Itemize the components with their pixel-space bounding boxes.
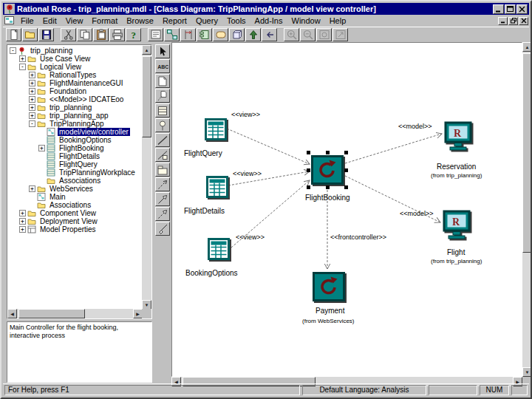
expand-icon[interactable]: + bbox=[29, 96, 35, 103]
tree-item-trip-planning-app[interactable]: +trip_planning_app bbox=[8, 112, 141, 120]
help-button[interactable]: ? bbox=[126, 28, 141, 41]
expand-icon[interactable]: + bbox=[29, 185, 35, 192]
collapse-icon[interactable]: - bbox=[29, 120, 35, 127]
diagram-canvas[interactable]: <<view>>FlightQuery<<view>>FlightDetails… bbox=[171, 42, 522, 377]
print-button[interactable] bbox=[109, 28, 125, 41]
scroll-thumb[interactable] bbox=[522, 53, 532, 253]
tree-item-tripplanningapp[interactable]: -TripPlanningApp bbox=[8, 120, 141, 128]
note-tool-button[interactable] bbox=[155, 74, 170, 88]
selection-handle[interactable] bbox=[344, 168, 348, 172]
close-button[interactable] bbox=[516, 4, 528, 14]
tree-item-associations[interactable]: Associations bbox=[8, 201, 141, 209]
browse-interaction-diagram-button[interactable] bbox=[180, 28, 196, 41]
tree-item-flightbooking[interactable]: +FlightBooking bbox=[8, 144, 141, 152]
class-tool-button[interactable] bbox=[155, 103, 170, 117]
tree-item-model-properties[interactable]: +Model Properties bbox=[8, 225, 141, 233]
browse-component-diagram-button[interactable] bbox=[197, 28, 212, 41]
aggregation-tool-button[interactable] bbox=[155, 222, 170, 236]
dependency-tool-button[interactable] bbox=[155, 177, 170, 191]
diagram-node-flight[interactable]: R bbox=[443, 210, 471, 241]
selection-handle[interactable] bbox=[307, 151, 310, 154]
diagram-node-reservation[interactable]: R bbox=[444, 121, 472, 152]
mdi-minimize-button[interactable] bbox=[498, 17, 508, 25]
menu-view[interactable]: View bbox=[61, 16, 88, 26]
expand-icon[interactable]: + bbox=[19, 210, 26, 216]
browse-class-diagram-button[interactable] bbox=[164, 28, 180, 41]
minimize-button[interactable] bbox=[493, 4, 504, 14]
tree-item-webservices[interactable]: +WebServices bbox=[8, 185, 141, 193]
tree-horizontal-scrollbar[interactable]: ◀ ▶ bbox=[7, 309, 143, 318]
expand-icon[interactable]: + bbox=[29, 104, 35, 111]
save-button[interactable] bbox=[38, 28, 54, 41]
expand-icon[interactable]: + bbox=[29, 72, 35, 78]
scroll-up-button[interactable]: ▲ bbox=[522, 42, 532, 52]
diagram-node-flightquery[interactable] bbox=[205, 118, 227, 140]
zoom-in-button[interactable] bbox=[284, 28, 299, 41]
association-class-tool-button[interactable] bbox=[155, 148, 170, 162]
scroll-thumb[interactable] bbox=[18, 309, 85, 318]
tree-item-bookingoptions[interactable]: BookingOptions bbox=[8, 136, 141, 144]
tree-item-trip-planning[interactable]: -trip_planning bbox=[8, 47, 141, 55]
collapse-icon[interactable]: - bbox=[19, 64, 26, 70]
tree-item-flightdetails[interactable]: FlightDetails bbox=[8, 152, 141, 160]
browse-deployment-diagram-button[interactable] bbox=[229, 28, 245, 41]
tree-item-main[interactable]: Main bbox=[8, 193, 141, 201]
fit-in-window-button[interactable] bbox=[316, 28, 332, 41]
menu-edit[interactable]: Edit bbox=[38, 16, 61, 26]
canvas-vertical-scrollbar[interactable]: ▲ ▼ bbox=[522, 42, 532, 377]
paste-button[interactable] bbox=[93, 28, 109, 41]
realize-tool-button[interactable] bbox=[155, 207, 170, 221]
text-tool-button[interactable]: ABC bbox=[155, 59, 170, 73]
expand-icon[interactable]: + bbox=[19, 55, 26, 62]
menu-add-ins[interactable]: Add-Ins bbox=[250, 16, 287, 26]
scroll-down-button[interactable]: ▼ bbox=[522, 367, 532, 377]
expand-icon[interactable]: + bbox=[19, 218, 26, 225]
selection-handle[interactable] bbox=[307, 168, 310, 172]
tree-item-trip-planning[interactable]: +trip_planning bbox=[8, 103, 141, 112]
expand-icon[interactable]: + bbox=[29, 80, 35, 86]
expand-icon[interactable]: + bbox=[29, 112, 35, 119]
selection-handle[interactable] bbox=[344, 185, 348, 189]
mdi-restore-button[interactable] bbox=[508, 17, 518, 25]
browse-state-diagram-button[interactable] bbox=[213, 28, 228, 41]
generalization-tool-button[interactable] bbox=[155, 192, 170, 206]
diagram-node-payment[interactable] bbox=[313, 272, 345, 301]
undo-fit-in-window-button[interactable] bbox=[332, 28, 348, 41]
tree-item-use-case-view[interactable]: +Use Case View bbox=[8, 55, 141, 63]
tree-item-deployment-view[interactable]: +Deployment View bbox=[8, 217, 141, 225]
menu-format[interactable]: Format bbox=[87, 16, 122, 26]
association-tool-button[interactable] bbox=[155, 133, 170, 147]
scroll-left-button[interactable]: ◀ bbox=[7, 309, 17, 318]
selection-handle[interactable] bbox=[307, 185, 310, 189]
diagram-node-bookingoptions[interactable] bbox=[208, 238, 230, 260]
tree-item-model-view-controller[interactable]: model/view/controller bbox=[8, 128, 141, 136]
zoom-out-button[interactable] bbox=[300, 28, 316, 41]
tree-item-foundation[interactable]: +Foundation bbox=[8, 87, 141, 95]
diagram-window-icon[interactable] bbox=[4, 16, 15, 25]
tree-item-flightquery[interactable]: FlightQuery bbox=[8, 160, 141, 168]
copy-button[interactable] bbox=[77, 28, 92, 41]
view-documentation-button[interactable] bbox=[148, 28, 163, 41]
documentation-pane[interactable]: Main Controller for the flight booking, … bbox=[7, 321, 152, 383]
menu-tools[interactable]: Tools bbox=[222, 16, 250, 26]
browse-previous-diagram-button[interactable] bbox=[262, 28, 277, 41]
select-tool-button[interactable] bbox=[155, 44, 170, 58]
menu-report[interactable]: Report bbox=[158, 16, 191, 26]
interface-tool-button[interactable] bbox=[155, 118, 170, 132]
tree-item-model-idcateoo[interactable]: +<<Model>> IDCATEoo bbox=[8, 95, 141, 103]
anchor-note-tool-button[interactable] bbox=[155, 89, 170, 103]
selection-handle[interactable] bbox=[326, 185, 330, 189]
mdi-close-button[interactable] bbox=[519, 17, 528, 25]
tree-item-tripplanningworkplace[interactable]: TripPlanningWorkplace bbox=[8, 168, 141, 177]
scroll-track[interactable] bbox=[17, 309, 133, 318]
browse-parent-button[interactable] bbox=[245, 28, 261, 41]
expand-icon[interactable]: + bbox=[38, 145, 45, 151]
scroll-thumb[interactable] bbox=[142, 56, 151, 137]
scroll-track[interactable] bbox=[522, 52, 532, 367]
scroll-up-button[interactable]: ▲ bbox=[142, 45, 151, 55]
diagram-node-flightdetails[interactable] bbox=[206, 176, 228, 198]
diagram-node-flightbooking[interactable] bbox=[311, 155, 344, 185]
menu-help[interactable]: Help bbox=[325, 16, 351, 26]
new-document-button[interactable] bbox=[6, 28, 21, 41]
tree-item-associations[interactable]: Associations bbox=[8, 177, 141, 185]
